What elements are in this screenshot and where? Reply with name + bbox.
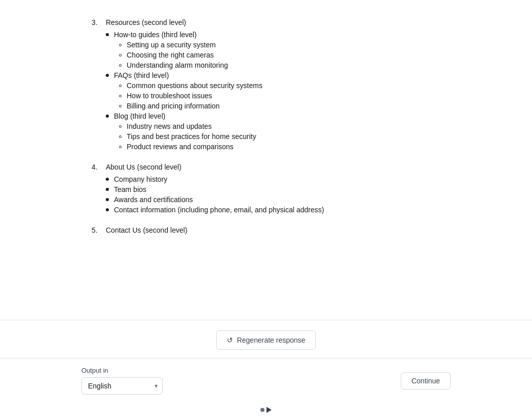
faqs-subitems: Common questions about security systems … [119,81,440,110]
troubleshoot-issues: How to troubleshoot issues [127,92,212,100]
product-reviews: Product reviews and comparisons [127,143,233,151]
regenerate-label: Regenerate response [237,336,306,344]
common-questions: Common questions about security systems [127,81,262,90]
team-bios-item: Team bios [106,185,440,193]
item-number-4: 4. [92,163,106,171]
send-dot [260,408,264,412]
blog-header: Blog (third level) [106,112,440,120]
numbered-item-5: 5. Contact Us (second level) [92,226,440,234]
industry-news: Industry news and updates [127,122,212,130]
sub-bullet-dot [119,105,122,107]
list-item: Setting up a security system [119,41,440,49]
sub-bullet-dot [119,135,122,138]
sub-bullet-dot [119,125,122,128]
list-item: How to troubleshoot issues [119,92,440,100]
sub-bullet-dot [119,54,122,57]
main-content: 3. Resources (second level) How-to guide… [0,0,532,320]
send-icon[interactable] [267,407,272,413]
faqs-group: FAQs (third level) Common questions abou… [106,71,440,110]
sub-bullet-dot [119,146,122,148]
bullet-dot-blog [106,115,109,118]
list-item: Common questions about security systems [119,81,440,90]
item-number-3: 3. [92,18,106,26]
company-history-item: Company history [106,175,440,183]
contact-info-label: Contact information (including phone, em… [114,206,324,214]
bullet-dot [106,198,109,201]
continue-button[interactable]: Continue [401,372,451,390]
about-us-subitems: Company history Team bios Awards and cer… [106,175,440,214]
numbered-item-3: 3. Resources (second level) [92,18,440,26]
setting-up-security: Setting up a security system [127,41,216,49]
list-item: Product reviews and comparisons [119,143,440,151]
sub-bullet-dot [119,44,122,46]
sub-bullet-dot [119,64,122,67]
sub-bullet-dot [119,85,122,87]
tips-best-practices: Tips and best practices for home securit… [127,132,256,141]
team-bios-label: Team bios [114,185,146,193]
regenerate-button[interactable]: ↺ Regenerate response [216,330,316,350]
item-label-4: About Us (second level) [106,163,182,171]
output-label: Output in [81,367,163,374]
send-icon-group [260,407,272,413]
output-left: Output in English Spanish French German … [81,367,163,395]
list-item: Choosing the right cameras [119,51,440,59]
list-item: Understanding alarm monitoring [119,61,440,69]
item-label-5: Contact Us (second level) [106,226,187,234]
sub-bullet-dot [119,95,122,97]
how-to-guides-label: How-to guides (third level) [114,31,197,39]
bullet-dot [106,208,109,211]
list-item: Tips and best practices for home securit… [119,132,440,141]
company-history-label: Company history [114,175,167,183]
how-to-guides-header: How-to guides (third level) [106,31,440,39]
awards-certifications-item: Awards and certifications [106,196,440,204]
numbered-item-4: 4. About Us (second level) [92,163,440,171]
contact-info-item: Contact information (including phone, em… [106,206,440,214]
language-select[interactable]: English Spanish French German [81,377,163,395]
language-select-wrapper: English Spanish French German ▾ [81,377,163,395]
bullet-dot [106,188,109,191]
understanding-alarm: Understanding alarm monitoring [127,61,228,69]
refresh-icon: ↺ [227,336,233,344]
item-number-5: 5. [92,226,106,234]
blog-label: Blog (third level) [114,112,165,120]
list-item: Industry news and updates [119,122,440,130]
bottom-bar: ↺ Regenerate response Output in English … [0,320,532,417]
billing-pricing: Billing and pricing information [127,102,220,110]
send-area [179,403,353,417]
bullet-dot [106,178,109,181]
faqs-header: FAQs (third level) [106,71,440,79]
list-item: Billing and pricing information [119,102,440,110]
faqs-label: FAQs (third level) [114,71,169,79]
choosing-cameras: Choosing the right cameras [127,51,214,59]
how-to-guides-subitems: Setting up a security system Choosing th… [119,41,440,69]
awards-certifications-label: Awards and certifications [114,196,193,204]
blog-group: Blog (third level) Industry news and upd… [106,112,440,151]
how-to-guides-group: How-to guides (third level) Setting up a… [106,31,440,69]
bullet-dot-howto [106,33,109,36]
blog-subitems: Industry news and updates Tips and best … [119,122,440,151]
item-label-3: Resources (second level) [106,18,186,26]
bullet-dot-faqs [106,74,109,77]
output-panel: Output in English Spanish French German … [0,358,532,403]
